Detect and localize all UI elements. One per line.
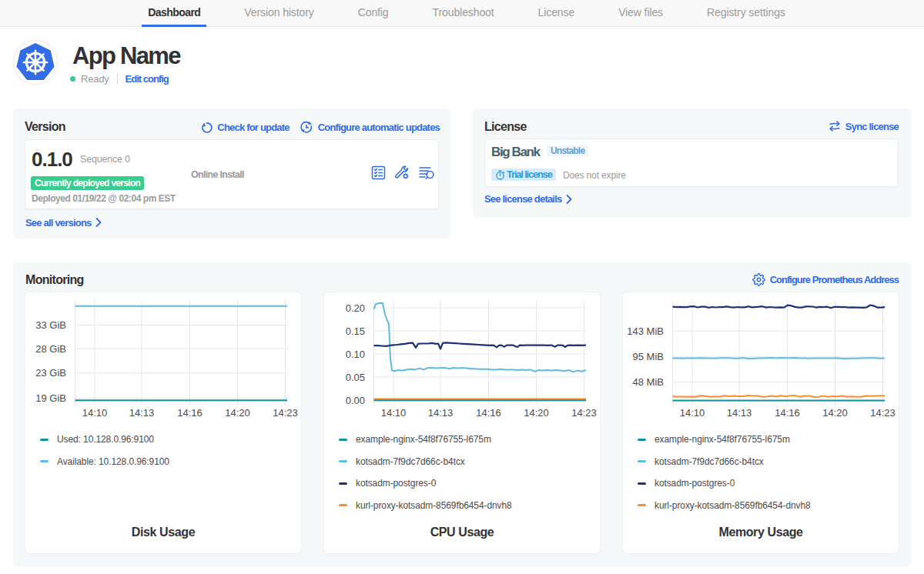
svg-text:0.20: 0.20	[346, 302, 365, 314]
svg-text:14:23: 14:23	[273, 407, 298, 419]
svg-text:0.05: 0.05	[346, 372, 365, 383]
svg-text:14:13: 14:13	[428, 407, 454, 419]
svg-text:14:20: 14:20	[524, 407, 549, 419]
svg-text:14:23: 14:23	[870, 407, 896, 419]
svg-text:14:10: 14:10	[381, 407, 407, 419]
svg-text:14:20: 14:20	[225, 407, 250, 419]
svg-text:14:10: 14:10	[680, 407, 705, 419]
svg-text:19 GiB: 19 GiB	[35, 392, 66, 404]
svg-text:14:16: 14:16	[476, 407, 501, 419]
svg-text:14:13: 14:13	[129, 407, 155, 419]
svg-text:33 GiB: 33 GiB	[35, 319, 66, 331]
svg-text:14:16: 14:16	[177, 407, 203, 419]
svg-text:14:20: 14:20	[822, 407, 848, 419]
svg-text:0.15: 0.15	[346, 325, 365, 337]
svg-text:14:10: 14:10	[82, 407, 108, 419]
svg-text:143 MiB: 143 MiB	[627, 325, 664, 337]
svg-text:0.00: 0.00	[346, 395, 365, 406]
svg-text:0.10: 0.10	[346, 349, 365, 360]
svg-text:14:16: 14:16	[775, 407, 800, 419]
svg-text:95 MiB: 95 MiB	[633, 351, 664, 362]
svg-text:14:23: 14:23	[571, 407, 597, 419]
svg-text:23 GiB: 23 GiB	[35, 367, 66, 379]
svg-text:48 MiB: 48 MiB	[633, 376, 664, 388]
svg-text:14:13: 14:13	[727, 407, 752, 419]
svg-text:28 GiB: 28 GiB	[35, 343, 66, 355]
